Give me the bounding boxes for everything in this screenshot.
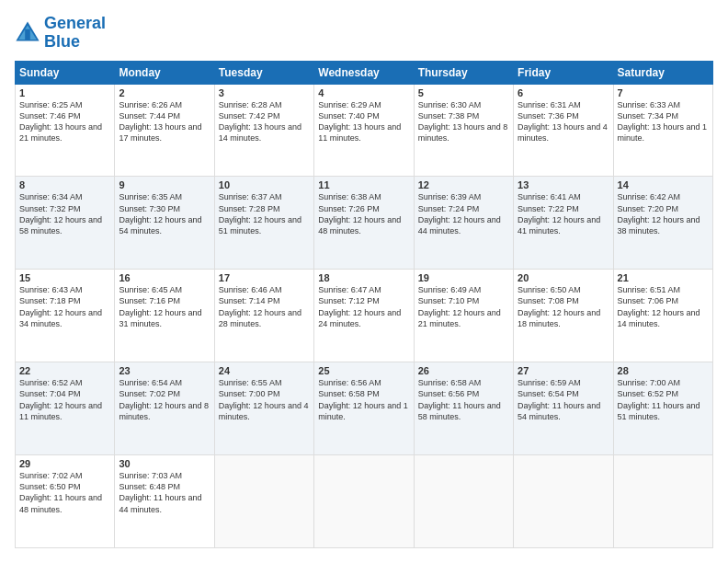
day-header-monday: Monday (115, 61, 214, 84)
day-info: Sunrise: 6:29 AMSunset: 7:40 PMDaylight:… (318, 99, 409, 144)
empty-day (514, 455, 613, 548)
logo-icon (15, 20, 40, 46)
day-info: Sunrise: 6:39 AMSunset: 7:24 PMDaylight:… (418, 191, 509, 236)
calendar-header-row: SundayMondayTuesdayWednesdayThursdayFrid… (16, 61, 713, 84)
day-header-saturday: Saturday (613, 61, 712, 84)
day-info: Sunrise: 6:30 AMSunset: 7:38 PMDaylight:… (418, 99, 509, 144)
calendar-day-24: 24Sunrise: 6:55 AMSunset: 7:00 PMDayligh… (214, 362, 313, 455)
calendar-day-2: 2Sunrise: 6:26 AMSunset: 7:44 PMDaylight… (115, 84, 214, 177)
day-info: Sunrise: 6:26 AMSunset: 7:44 PMDaylight:… (119, 99, 210, 144)
day-info: Sunrise: 6:41 AMSunset: 7:22 PMDaylight:… (518, 191, 609, 236)
calendar-week-5: 29Sunrise: 7:02 AMSunset: 6:50 PMDayligh… (16, 455, 713, 548)
day-number: 19 (418, 272, 509, 283)
day-number: 2 (119, 87, 210, 98)
day-number: 12 (418, 179, 509, 190)
empty-day (214, 455, 313, 548)
calendar-day-11: 11Sunrise: 6:38 AMSunset: 7:26 PMDayligh… (314, 177, 414, 270)
calendar-day-29: 29Sunrise: 7:02 AMSunset: 6:50 PMDayligh… (16, 455, 115, 548)
day-header-friday: Friday (514, 61, 613, 84)
day-info: Sunrise: 6:31 AMSunset: 7:36 PMDaylight:… (518, 99, 609, 144)
calendar-day-16: 16Sunrise: 6:45 AMSunset: 7:16 PMDayligh… (115, 270, 214, 362)
calendar-day-22: 22Sunrise: 6:52 AMSunset: 7:04 PMDayligh… (16, 362, 115, 455)
day-info: Sunrise: 6:52 AMSunset: 7:04 PMDaylight:… (19, 377, 110, 422)
day-number: 17 (219, 272, 310, 283)
day-number: 16 (119, 272, 210, 283)
calendar-day-21: 21Sunrise: 6:51 AMSunset: 7:06 PMDayligh… (613, 270, 712, 362)
day-info: Sunrise: 6:50 AMSunset: 7:08 PMDaylight:… (518, 284, 609, 329)
calendar-day-7: 7Sunrise: 6:33 AMSunset: 7:34 PMDaylight… (613, 84, 712, 177)
calendar-day-23: 23Sunrise: 6:54 AMSunset: 7:02 PMDayligh… (115, 362, 214, 455)
day-number: 4 (318, 87, 409, 98)
day-info: Sunrise: 6:43 AMSunset: 7:18 PMDaylight:… (19, 284, 110, 329)
calendar-day-4: 4Sunrise: 6:29 AMSunset: 7:40 PMDaylight… (314, 84, 414, 177)
calendar-day-10: 10Sunrise: 6:37 AMSunset: 7:28 PMDayligh… (214, 177, 313, 270)
calendar-week-1: 1Sunrise: 6:25 AMSunset: 7:46 PMDaylight… (16, 84, 713, 177)
calendar-day-5: 5Sunrise: 6:30 AMSunset: 7:38 PMDaylight… (414, 84, 513, 177)
day-info: Sunrise: 6:54 AMSunset: 7:02 PMDaylight:… (119, 377, 210, 422)
calendar-day-20: 20Sunrise: 6:50 AMSunset: 7:08 PMDayligh… (514, 270, 613, 362)
day-info: Sunrise: 6:56 AMSunset: 6:58 PMDaylight:… (318, 377, 409, 422)
day-info: Sunrise: 6:51 AMSunset: 7:06 PMDaylight:… (618, 284, 709, 329)
day-number: 26 (418, 365, 509, 376)
day-number: 27 (518, 365, 609, 376)
day-number: 5 (418, 87, 509, 98)
calendar-day-15: 15Sunrise: 6:43 AMSunset: 7:18 PMDayligh… (16, 270, 115, 362)
day-info: Sunrise: 6:46 AMSunset: 7:14 PMDaylight:… (219, 284, 310, 329)
day-number: 8 (19, 179, 110, 190)
day-info: Sunrise: 7:00 AMSunset: 6:52 PMDaylight:… (618, 377, 709, 422)
calendar-week-2: 8Sunrise: 6:34 AMSunset: 7:32 PMDaylight… (16, 177, 713, 270)
day-info: Sunrise: 6:55 AMSunset: 7:00 PMDaylight:… (219, 377, 310, 422)
day-info: Sunrise: 6:47 AMSunset: 7:12 PMDaylight:… (318, 284, 409, 329)
empty-day (414, 455, 513, 548)
day-number: 6 (518, 87, 609, 98)
day-header-tuesday: Tuesday (214, 61, 313, 84)
day-info: Sunrise: 6:45 AMSunset: 7:16 PMDaylight:… (119, 284, 210, 329)
day-number: 23 (119, 365, 210, 376)
day-number: 13 (518, 179, 609, 190)
day-number: 11 (318, 179, 409, 190)
day-number: 7 (618, 87, 709, 98)
logo-text: General Blue (44, 15, 106, 52)
day-info: Sunrise: 6:35 AMSunset: 7:30 PMDaylight:… (119, 191, 210, 236)
day-info: Sunrise: 7:02 AMSunset: 6:50 PMDaylight:… (19, 470, 110, 515)
calendar-week-4: 22Sunrise: 6:52 AMSunset: 7:04 PMDayligh… (16, 362, 713, 455)
calendar-day-9: 9Sunrise: 6:35 AMSunset: 7:30 PMDaylight… (115, 177, 214, 270)
day-number: 10 (219, 179, 310, 190)
calendar-day-8: 8Sunrise: 6:34 AMSunset: 7:32 PMDaylight… (16, 177, 115, 270)
day-number: 3 (219, 87, 310, 98)
day-info: Sunrise: 6:59 AMSunset: 6:54 PMDaylight:… (518, 377, 609, 422)
calendar-day-13: 13Sunrise: 6:41 AMSunset: 7:22 PMDayligh… (514, 177, 613, 270)
day-info: Sunrise: 6:38 AMSunset: 7:26 PMDaylight:… (318, 191, 409, 236)
calendar-day-1: 1Sunrise: 6:25 AMSunset: 7:46 PMDaylight… (16, 84, 115, 177)
empty-day (613, 455, 712, 548)
calendar-week-3: 15Sunrise: 6:43 AMSunset: 7:18 PMDayligh… (16, 270, 713, 362)
day-number: 22 (19, 365, 110, 376)
calendar-day-14: 14Sunrise: 6:42 AMSunset: 7:20 PMDayligh… (613, 177, 712, 270)
day-info: Sunrise: 6:28 AMSunset: 7:42 PMDaylight:… (219, 99, 310, 144)
calendar-day-6: 6Sunrise: 6:31 AMSunset: 7:36 PMDaylight… (514, 84, 613, 177)
day-info: Sunrise: 6:37 AMSunset: 7:28 PMDaylight:… (219, 191, 310, 236)
day-number: 30 (119, 458, 210, 469)
day-info: Sunrise: 7:03 AMSunset: 6:48 PMDaylight:… (119, 470, 210, 515)
day-number: 20 (518, 272, 609, 283)
calendar-day-17: 17Sunrise: 6:46 AMSunset: 7:14 PMDayligh… (214, 270, 313, 362)
day-number: 24 (219, 365, 310, 376)
day-number: 1 (19, 87, 110, 98)
day-info: Sunrise: 6:25 AMSunset: 7:46 PMDaylight:… (19, 99, 110, 144)
header: General Blue (15, 15, 713, 52)
day-info: Sunrise: 6:42 AMSunset: 7:20 PMDaylight:… (618, 191, 709, 236)
calendar-table: SundayMondayTuesdayWednesdayThursdayFrid… (15, 61, 713, 548)
day-info: Sunrise: 6:49 AMSunset: 7:10 PMDaylight:… (418, 284, 509, 329)
day-number: 25 (318, 365, 409, 376)
calendar-day-30: 30Sunrise: 7:03 AMSunset: 6:48 PMDayligh… (115, 455, 214, 548)
calendar-day-18: 18Sunrise: 6:47 AMSunset: 7:12 PMDayligh… (314, 270, 414, 362)
page: General Blue SundayMondayTuesdayWednesda… (0, 0, 728, 563)
day-header-thursday: Thursday (414, 61, 513, 84)
calendar-day-3: 3Sunrise: 6:28 AMSunset: 7:42 PMDaylight… (214, 84, 313, 177)
day-info: Sunrise: 6:34 AMSunset: 7:32 PMDaylight:… (19, 191, 110, 236)
day-info: Sunrise: 6:33 AMSunset: 7:34 PMDaylight:… (618, 99, 709, 144)
day-header-sunday: Sunday (16, 61, 115, 84)
day-number: 9 (119, 179, 210, 190)
day-header-wednesday: Wednesday (314, 61, 414, 84)
empty-day (314, 455, 414, 548)
